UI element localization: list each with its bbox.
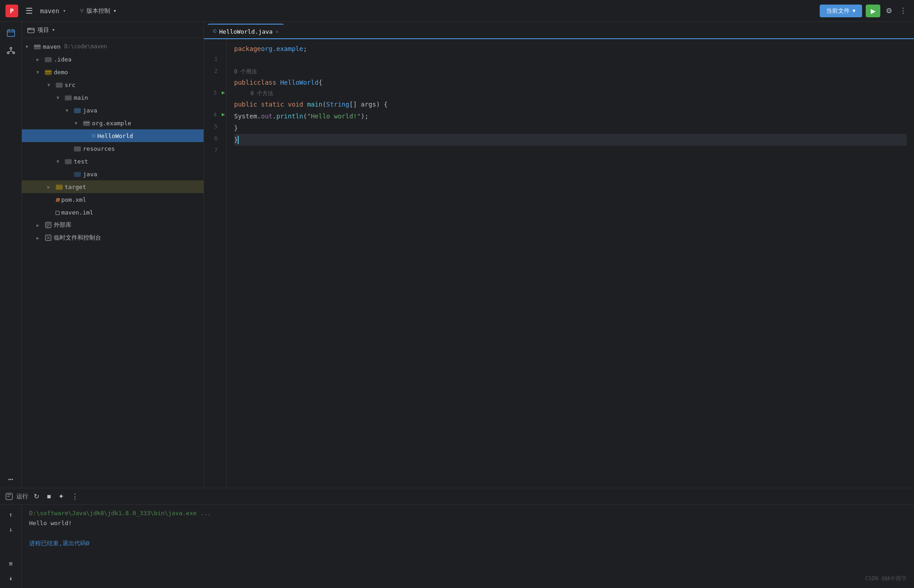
run-line-4-button[interactable]: ▶	[220, 111, 226, 118]
tree-item-java-main[interactable]: ▼ java	[22, 104, 204, 117]
bottom-left-controls: ↑ ↓ ≡ ↡	[0, 505, 22, 588]
vcs-label: 版本控制	[87, 7, 110, 15]
hamburger-button[interactable]: ☰	[22, 4, 36, 17]
package-icon	[83, 119, 90, 127]
tree-item-pom[interactable]: m pom.xml	[22, 193, 204, 206]
tab-label: HelloWorld.java	[219, 28, 272, 35]
soft-wrap-button[interactable]: ≡	[5, 557, 17, 570]
vcs-dropdown-arrow[interactable]: ▾	[113, 7, 117, 14]
scroll-down-button[interactable]: ↓	[5, 523, 17, 536]
more-button[interactable]: ⋮	[898, 5, 909, 17]
tree-item-target[interactable]: ▶ target	[22, 180, 204, 193]
rerun-button[interactable]: ↻	[32, 491, 41, 501]
chevron-icon: ▶	[36, 223, 43, 228]
project-name[interactable]: maven	[40, 7, 59, 15]
folder-icon	[45, 56, 52, 63]
tab-close-button[interactable]: ✕	[276, 29, 279, 35]
maven-icon: m	[56, 196, 59, 203]
tree-item-java-test[interactable]: java	[22, 168, 204, 180]
bottom-panel-body: ↑ ↓ ≡ ↡ D:\software\Java\jdk8\jdk1.8.0_3…	[0, 505, 914, 588]
settings-button[interactable]: ⚙	[884, 5, 894, 17]
code-line-7: }	[234, 134, 907, 146]
bottom-panel-title: 运行	[16, 492, 28, 501]
chevron-icon: ▶	[36, 235, 43, 240]
code-editor: 1 2 3 ▶ 4 ▶	[204, 39, 914, 488]
line-row-3: 3 ▶	[204, 87, 226, 98]
tree-item-org-example[interactable]: ▼ org.example	[22, 117, 204, 129]
sidebar-item-more[interactable]: …	[4, 470, 18, 484]
top-toolbar: P ☰ maven ▾ ⑂ 版本控制 ▾ 当前文件 ▾ ▶ ⚙ ⋮	[0, 0, 914, 22]
file-tree-panel: 项目 ▾ ▼ maven D:\code\maven ▶ .idea	[22, 22, 204, 488]
tree-item-idea[interactable]: ▶ .idea	[22, 53, 204, 66]
file-tree-header: 项目 ▾	[22, 22, 204, 38]
scroll-end-button[interactable]: ↡	[5, 572, 17, 584]
line-row-2: 2	[204, 65, 226, 77]
run-button[interactable]: ▶	[866, 5, 880, 17]
bottom-panel: 运行 ↻ ■ ✦ ⋮ ↑ ↓ ≡ ↡ D:\software\Java\jdk8…	[0, 488, 914, 588]
file-tree-dropdown[interactable]: ▾	[52, 27, 55, 33]
tree-item-src[interactable]: ▼ src	[22, 78, 204, 91]
console-line-cmd: D:\software\Java\jdk8\jdk1.8.0_333\bin\j…	[29, 508, 907, 518]
svg-rect-15	[56, 185, 62, 189]
cursor	[238, 136, 239, 144]
console-settings-button[interactable]: ✦	[56, 491, 66, 501]
tree-item-main[interactable]: ▼ main	[22, 91, 204, 104]
code-line-5: System.out.println("Hello world!");	[234, 110, 907, 122]
console-output: D:\software\Java\jdk8\jdk1.8.0_333\bin\j…	[22, 505, 914, 588]
folder-icon	[56, 183, 63, 190]
hint-line-method: 0 个方法	[234, 88, 907, 98]
console-line-success: 进程已结束,退出代码0	[29, 538, 907, 548]
tree-item-test[interactable]: ▼ test	[22, 155, 204, 168]
line-row-4: 4 ▶	[204, 108, 226, 120]
tree-item-external-libs[interactable]: ▶ 外部库	[22, 219, 204, 231]
code-line-2	[234, 55, 907, 66]
tree-item-scratch[interactable]: ▶ 临时文件和控制台	[22, 231, 204, 244]
tree-item-helloworld[interactable]: © HelloWorld	[22, 129, 204, 142]
vcs-section[interactable]: ⑂ 版本控制 ▾	[80, 7, 117, 15]
code-content[interactable]: package org.example; 0 个用法 public class …	[227, 39, 914, 488]
svg-rect-6	[45, 57, 51, 62]
stop-button[interactable]: ■	[45, 491, 53, 501]
sources-folder-icon	[74, 107, 81, 114]
tree-item-resources[interactable]: resources	[22, 142, 204, 155]
iml-icon: □	[56, 209, 59, 216]
tree-item-demo[interactable]: ▼ demo	[22, 66, 204, 78]
tree-item-maven[interactable]: ▼ maven D:\code\maven	[22, 40, 204, 53]
line-numbers: 1 2 3 ▶ 4 ▶	[204, 39, 227, 488]
current-file-button[interactable]: 当前文件 ▾	[820, 5, 862, 17]
chevron-icon: ▼	[47, 82, 54, 87]
console-more-button[interactable]: ⋮	[70, 491, 80, 501]
chevron-icon: ▼	[26, 44, 32, 49]
line-row-hint-above3	[204, 43, 226, 53]
tab-helloworld[interactable]: © HelloWorld.java ✕	[208, 24, 284, 38]
bottom-panel-actions: ↻ ■ ✦ ⋮	[32, 491, 80, 501]
line-row-7: 7	[204, 144, 226, 156]
icon-sidebar: …	[0, 22, 22, 488]
chevron-icon: ▼	[36, 70, 43, 75]
tree-item-iml[interactable]: □ maven.iml	[22, 206, 204, 219]
svg-point-2	[7, 52, 9, 54]
sidebar-item-project[interactable]	[4, 26, 18, 40]
library-icon	[45, 221, 52, 229]
bottom-panel-header: 运行 ↻ ■ ✦ ⋮	[0, 488, 914, 505]
svg-rect-13	[65, 159, 71, 164]
folder-icon	[65, 158, 72, 165]
svg-point-3	[13, 52, 15, 54]
line-row-5: 5	[204, 120, 226, 132]
svg-rect-4	[28, 28, 34, 33]
editor-tabs: © HelloWorld.java ✕	[204, 22, 914, 39]
editor-area: © HelloWorld.java ✕ 1 2	[204, 22, 914, 488]
svg-rect-12	[74, 147, 81, 151]
chevron-icon: ▼	[56, 159, 63, 164]
vcs-branch-icon: ⑂	[80, 7, 84, 14]
current-file-dropdown-arrow: ▾	[853, 7, 856, 14]
folder-icon	[34, 43, 41, 50]
scroll-up-button[interactable]: ↑	[5, 508, 17, 521]
hint-line-usage: 0 个用法	[234, 66, 907, 77]
project-dropdown-arrow[interactable]: ▾	[63, 8, 66, 13]
resources-folder-icon	[74, 145, 81, 152]
run-line-3-button[interactable]: ▶	[220, 89, 226, 96]
svg-rect-9	[65, 96, 71, 100]
main-body: … 项目 ▾ ▼ maven D:\code\maven	[0, 22, 914, 488]
sidebar-item-structure[interactable]	[4, 44, 18, 58]
